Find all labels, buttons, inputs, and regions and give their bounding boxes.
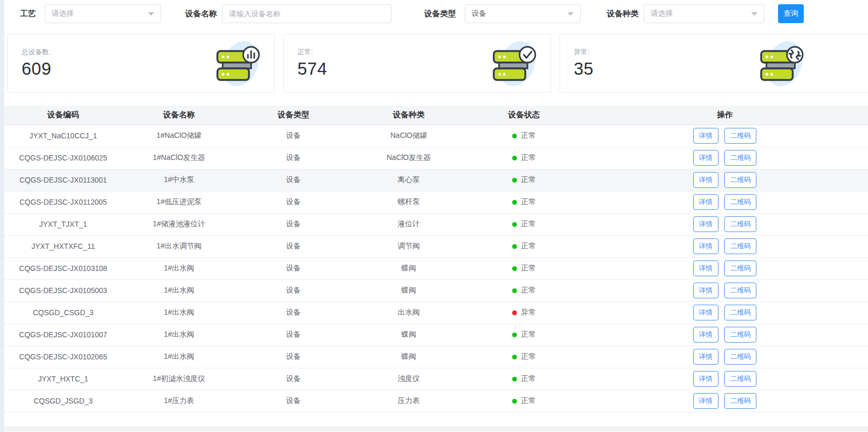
device-code-cell: CQGS-DEJSC-JX0102065 (4, 346, 122, 368)
actions-cell: 详情 二维码 (582, 213, 868, 235)
server-check-icon (491, 38, 539, 91)
device-kind-select-placeholder: 请选择 (651, 9, 673, 18)
device-name-cell: 1#NaClO储罐 (122, 125, 236, 147)
device-kind-cell: 蝶阀 (351, 257, 466, 279)
filter-bar: 工艺 请选择 设备名称 设备类型 设备 设备种类 (4, 0, 868, 27)
status-label: 正常 (521, 330, 536, 339)
table-row: CQGS-DEJSC-JX0113001 1#中水泵 设备 离心泵 正常 详情 … (4, 169, 868, 191)
detail-button[interactable]: 详情 (693, 194, 719, 210)
device-name-field-wrap (222, 4, 392, 23)
process-filter-group: 工艺 请选择 (20, 4, 161, 23)
detail-button[interactable]: 详情 (693, 371, 719, 387)
col-header-device-code: 设备编码 (4, 106, 122, 125)
device-code-cell: CQGS-DEJSC-JX0101007 (4, 324, 122, 346)
status-label: 正常 (521, 131, 536, 140)
table-row: CQGS-DEJSC-JX0101007 1#出水阀 设备 蝶阀 正常 详情 二… (4, 324, 868, 346)
qrcode-button[interactable]: 二维码 (724, 194, 756, 210)
actions-cell: 详情 二维码 (582, 169, 868, 191)
detail-button[interactable]: 详情 (693, 260, 719, 276)
qrcode-button[interactable]: 二维码 (724, 150, 756, 166)
device-status-cell: 正常 (466, 169, 582, 191)
process-select-placeholder: 请选择 (52, 9, 74, 18)
table-row: JYXT_TJXT_1 1#储液池液位计 设备 液位计 正常 详情 二维码 (4, 213, 868, 235)
chevron-down-icon (567, 12, 574, 16)
device-type-cell: 设备 (236, 279, 351, 302)
search-button[interactable]: 查询 (778, 4, 804, 23)
status-label: 正常 (521, 175, 536, 185)
device-code-cell: CQGS-DEJSC-JX0112005 (4, 191, 122, 213)
device-status-cell: 正常 (466, 125, 582, 147)
device-kind-cell: 螺杆泵 (351, 191, 466, 213)
device-kind-select[interactable]: 请选择 (644, 4, 764, 23)
qrcode-button[interactable]: 二维码 (724, 260, 756, 276)
qrcode-button[interactable]: 二维码 (724, 238, 756, 254)
device-code-cell: JYXT_HXTXFC_11 (4, 235, 122, 257)
actions-cell: 详情 二维码 (582, 346, 868, 368)
detail-button[interactable]: 详情 (693, 393, 719, 409)
qrcode-button[interactable]: 二维码 (724, 393, 756, 409)
qrcode-button[interactable]: 二维码 (724, 327, 756, 343)
detail-button[interactable]: 详情 (693, 283, 719, 298)
detail-button[interactable]: 详情 (693, 128, 719, 144)
device-type-cell: 设备 (236, 324, 351, 346)
detail-button[interactable]: 详情 (693, 349, 719, 365)
actions-cell: 详情 二维码 (582, 147, 868, 169)
detail-button[interactable]: 详情 (693, 238, 719, 254)
device-status-cell: 正常 (466, 213, 582, 235)
server-broken-link-icon (758, 38, 806, 91)
qrcode-button[interactable]: 二维码 (724, 283, 756, 298)
detail-button[interactable]: 详情 (693, 327, 719, 343)
device-code-cell: JYXT_HXTC_1 (4, 368, 122, 390)
detail-button[interactable]: 详情 (693, 172, 719, 188)
process-label: 工艺 (20, 9, 36, 19)
table-row: CQGS-DEJSC-JX0102065 1#出水阀 设备 蝶阀 正常 详情 二… (4, 346, 868, 368)
next-row-cutoff (4, 426, 868, 431)
qrcode-button[interactable]: 二维码 (724, 305, 756, 320)
qrcode-button[interactable]: 二维码 (724, 128, 756, 144)
device-name-cell: 1#出水阀 (122, 346, 236, 368)
detail-button[interactable]: 详情 (693, 305, 719, 320)
table-row: CQGS-DEJSC-JX0103108 1#出水阀 设备 蝶阀 正常 详情 二… (4, 257, 868, 279)
device-kind-cell: NaClO发生器 (351, 147, 466, 169)
col-header-device-kind: 设备种类 (351, 106, 466, 125)
col-header-device-status: 设备状态 (466, 106, 582, 125)
stat-cards: 总设备数: 609 正常: 574 (7, 34, 868, 93)
device-name-label: 设备名称 (185, 9, 217, 19)
device-type-select[interactable]: 设备 (465, 4, 581, 23)
device-kind-label: 设备种类 (607, 9, 638, 19)
device-code-cell: CQGS-DEJSC-JX0105003 (4, 279, 122, 302)
status-dot-icon (512, 333, 517, 337)
abnormal-devices-card: 异常: 35 (560, 34, 868, 93)
device-type-cell: 设备 (236, 125, 351, 147)
device-kind-cell: 离心泵 (351, 169, 466, 191)
qrcode-button[interactable]: 二维码 (724, 216, 756, 232)
device-type-cell: 设备 (236, 346, 351, 368)
device-table: 设备编码 设备名称 设备类型 设备种类 设备状态 操作 JYXT_NaC10CC… (4, 106, 868, 413)
device-name-input[interactable] (229, 9, 385, 18)
device-type-filter-group: 设备类型 设备 (424, 4, 581, 23)
status-label: 正常 (521, 197, 536, 207)
actions-cell: 详情 二维码 (582, 324, 868, 346)
detail-button[interactable]: 详情 (693, 150, 719, 166)
device-code-cell: CQGS-DEJSC-JX0113001 (4, 169, 122, 191)
device-code-cell: CQSGD_CSGD_3 (4, 302, 122, 324)
status-label: 正常 (521, 153, 536, 163)
device-kind-cell: 压力表 (351, 390, 466, 412)
table-row: CQGS-DEJSC-JX0106025 1#NaClO发生器 设备 NaClO… (4, 147, 868, 169)
device-kind-cell: NaClO储罐 (351, 125, 466, 147)
device-kind-cell: 调节阀 (351, 235, 466, 257)
qrcode-button[interactable]: 二维码 (724, 349, 756, 365)
device-kind-cell: 蝶阀 (351, 346, 466, 368)
actions-cell: 详情 二维码 (582, 368, 868, 390)
table-row: CQSGD_JSGD_3 1#压力表 设备 压力表 正常 详情 二维码 (4, 390, 868, 412)
status-label: 正常 (521, 374, 536, 384)
abnormal-devices-label: 异常: (574, 47, 868, 57)
status-dot-icon (512, 222, 517, 227)
qrcode-button[interactable]: 二维码 (724, 172, 756, 188)
table-row: JYXT_HXTXFC_11 1#出水调节阀 设备 调节阀 正常 详情 二维码 (4, 235, 868, 257)
qrcode-button[interactable]: 二维码 (724, 371, 756, 387)
detail-button[interactable]: 详情 (693, 216, 719, 232)
device-name-cell: 1#出水阀 (122, 324, 236, 346)
process-select[interactable]: 请选择 (45, 4, 161, 23)
status-label: 正常 (521, 242, 536, 251)
